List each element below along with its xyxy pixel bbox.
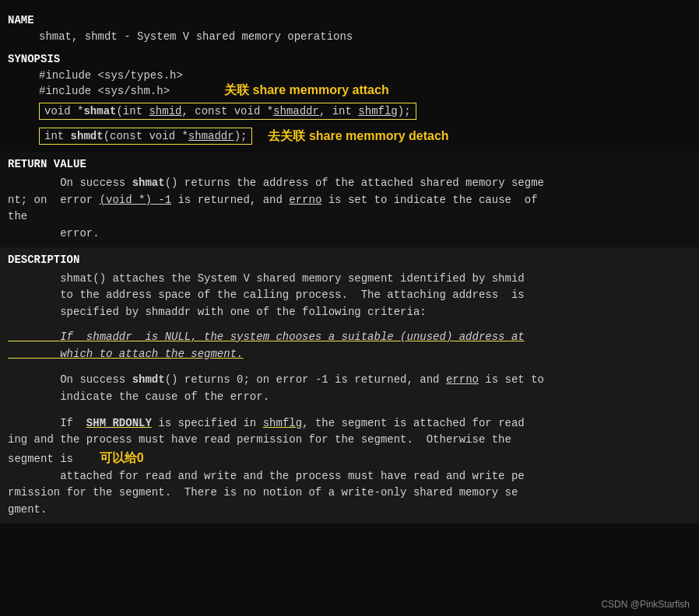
name-section: NAME shmat, shmdt - System V shared memo…	[0, 8, 699, 47]
desc-underline1: If shmaddr is NULL, the system chooses a…	[0, 327, 699, 364]
annotation-zero: 可以给0	[100, 451, 144, 464]
desc-para3: If SHM_RDONLY is specified in shmflg, th…	[0, 414, 699, 520]
synopsis-header: SYNOPSIS	[0, 50, 699, 68]
func1-box: void *shmat(int shmid, const void *shmad…	[39, 103, 416, 120]
desc-para3-wrapper: If SHM_RDONLY is specified in shmflg, th…	[0, 414, 699, 520]
annotation-attach: 关联 share memmory attach	[224, 82, 389, 99]
synopsis-section: SYNOPSIS #include <sys/types.h> #include…	[0, 47, 699, 152]
include2: #include <sys/shm.h>	[39, 84, 209, 98]
return-header: RETURN VALUE	[0, 155, 699, 173]
desc-para1: shmat() attaches the System V shared mem…	[0, 269, 699, 323]
description-header: DESCRIPTION	[0, 250, 699, 269]
func2-box: int shmdt(const void *shmaddr);	[39, 128, 252, 145]
return-section: RETURN VALUE On success shmat() returns …	[0, 152, 699, 247]
annotation-detach: 去关联 share memmory detach	[268, 128, 448, 145]
watermark: CSDN @PinkStarfish	[601, 599, 690, 610]
func2-text: int shmdt(const void *shmaddr);	[44, 130, 247, 142]
func1-text: void *shmat(int shmid, const void *shmad…	[44, 105, 411, 117]
main-page: NAME shmat, shmdt - System V shared memo…	[0, 0, 699, 616]
description-section: DESCRIPTION shmat() attaches the System …	[0, 247, 699, 523]
return-content: On success shmat() returns the address o…	[0, 173, 699, 244]
include1: #include <sys/types.h>	[0, 68, 699, 82]
desc-para2: On success shmdt() returns 0; on error -…	[0, 370, 699, 407]
name-header: NAME	[0, 11, 699, 30]
name-content: shmat, shmdt - System V shared memory op…	[0, 30, 699, 44]
